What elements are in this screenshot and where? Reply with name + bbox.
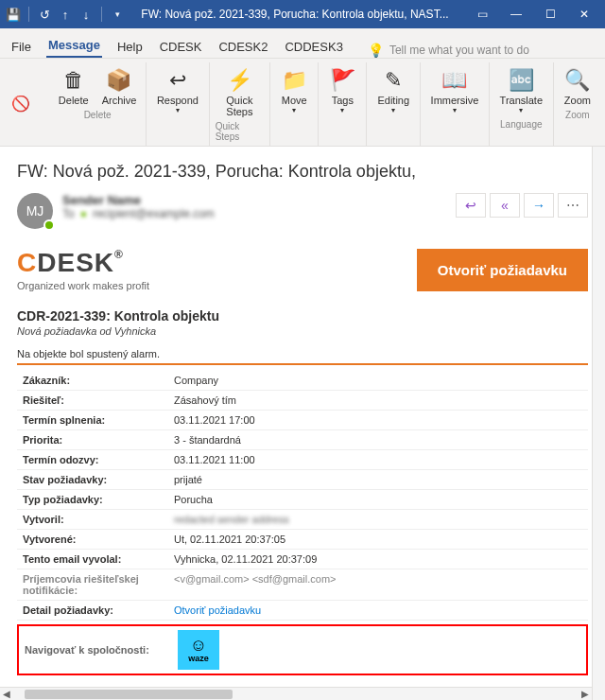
delete-icon: 🗑	[63, 66, 84, 95]
window-title: FW: Nová pož. 2021-339, Porucha: Kontrol…	[125, 8, 465, 21]
tab-message[interactable]: Message	[46, 32, 102, 58]
sender-lines: Sender Name To ● recipient@example.com	[62, 193, 215, 220]
editing-icon: ✎	[385, 66, 402, 95]
group-tags: 🚩 Tags ▾	[319, 62, 367, 146]
chevron-down-icon: ▾	[453, 107, 457, 115]
label: Riešiteľ:	[17, 391, 168, 411]
avatar-initials: MJ	[26, 203, 44, 219]
label: Move	[282, 95, 307, 106]
waze-button[interactable]: ☺ waze	[178, 630, 219, 670]
request-subtitle: Nová požiadavka od Vyhnicka	[17, 325, 588, 337]
quick-access-toolbar: 💾 ↺ ↑ ↓ ▾	[6, 7, 125, 22]
label: Archive	[102, 95, 137, 106]
tell-me-search[interactable]: 💡 Tell me what you want to do	[368, 43, 596, 58]
label: Vytvoril:	[17, 510, 168, 530]
label: Priorita:	[17, 430, 168, 450]
chevron-down-icon: ▾	[292, 107, 296, 115]
ribbon-tabs: File Message Help CDESK CDESK2 CDDESK3 💡…	[0, 28, 605, 59]
alarm-text: Na objekte bol spustený alarm.	[17, 348, 588, 359]
archive-button[interactable]: 📦 Archive	[96, 64, 143, 108]
registered-icon: ®	[114, 248, 124, 261]
request-title: CDR-2021-339: Kontrola objektu	[17, 308, 588, 324]
immersive-button[interactable]: 📖 Immersive ▾	[425, 64, 485, 117]
tab-cdesk[interactable]: CDESK	[158, 34, 204, 58]
tab-file[interactable]: File	[9, 34, 33, 58]
minimize-icon[interactable]: —	[499, 0, 533, 28]
label: Zoom	[564, 95, 591, 106]
window-titlebar: 💾 ↺ ↑ ↓ ▾ FW: Nová pož. 2021-339, Poruch…	[0, 0, 605, 28]
close-icon[interactable]: ✕	[567, 0, 601, 28]
delete-button[interactable]: 🗑 Delete	[53, 64, 95, 108]
separator	[101, 7, 102, 22]
group-move: 📁 Move ▾	[270, 62, 319, 146]
message-header-row: MJ Sender Name To ● recipient@example.co…	[17, 193, 588, 229]
subject-line: FW: Nová pož. 2021-339, Porucha: Kontrol…	[17, 162, 588, 182]
value: Otvoriť požiadavku	[168, 601, 588, 621]
to-value: recipient@example.com	[93, 207, 215, 220]
nav-label: Navigovať k spoločnosti:	[25, 644, 164, 656]
qat-dropdown-icon[interactable]: ▾	[110, 7, 125, 22]
brand-row: CDESK® Organized work makes profit Otvor…	[17, 248, 588, 291]
label: Tento email vyvolal:	[17, 550, 168, 569]
tab-cddesk3[interactable]: CDDESK3	[283, 34, 344, 58]
brand-name: CDESK®	[17, 248, 149, 278]
label: Editing	[377, 95, 409, 106]
value: Porucha	[168, 490, 588, 510]
vertical-scrollbar[interactable]	[592, 147, 605, 700]
save-icon[interactable]: 💾	[6, 7, 21, 22]
tab-cdesk2[interactable]: CDESK2	[216, 34, 269, 58]
waze-icon: ☺	[190, 637, 207, 654]
label: Translate	[500, 95, 543, 106]
from-line: Sender Name	[62, 193, 215, 207]
translate-button[interactable]: 🔤 Translate ▾	[494, 64, 548, 117]
waze-text: waze	[188, 654, 209, 663]
brand-tagline: Organized work makes profit	[17, 280, 149, 291]
group-respond: ↩ Respond ▾	[147, 62, 209, 146]
move-button[interactable]: 📁 Move ▾	[275, 64, 313, 117]
orange-divider	[17, 363, 588, 365]
prev-icon[interactable]: ↑	[58, 7, 73, 22]
maximize-icon[interactable]: ☐	[533, 0, 567, 28]
scrollbar-thumb[interactable]	[25, 690, 233, 699]
value: <v@gmail.com> <sdf@gmail.com>	[168, 569, 588, 601]
scroll-left-icon[interactable]: ◀	[0, 689, 13, 699]
to-line: To ● recipient@example.com	[62, 207, 215, 220]
open-request-button[interactable]: Otvoriť požiadavku	[417, 249, 588, 291]
scroll-right-icon[interactable]: ▶	[579, 689, 592, 699]
tab-help[interactable]: Help	[115, 34, 145, 58]
move-icon: 📁	[282, 66, 307, 95]
ribbon-display-icon[interactable]: ▭	[465, 0, 499, 28]
forward-button[interactable]: →	[524, 193, 554, 218]
group-zoom: 🔍 Zoom Zoom	[554, 62, 601, 146]
translate-icon: 🔤	[509, 66, 534, 95]
lightbulb-icon: 💡	[368, 43, 384, 58]
chevron-down-icon: ▾	[519, 107, 523, 115]
editing-button[interactable]: ✎ Editing ▾	[372, 64, 415, 117]
label: Stav požiadavky:	[17, 470, 168, 490]
label: Typ požiadavky:	[17, 490, 168, 510]
to-label: To	[62, 207, 75, 220]
table-row: Priorita:3 - štandardná	[17, 430, 588, 450]
zoom-button[interactable]: 🔍 Zoom	[559, 64, 596, 108]
tags-button[interactable]: 🚩 Tags ▾	[323, 64, 361, 117]
reply-all-button[interactable]: «	[490, 193, 520, 218]
email-body: CDESK® Organized work makes profit Otvor…	[17, 248, 588, 675]
undo-icon[interactable]: ↺	[37, 7, 52, 22]
brand-logo: CDESK® Organized work makes profit	[17, 248, 149, 291]
ignore-button[interactable]: 🚫	[9, 88, 32, 120]
table-row: Príjemcovia riešiteľskej notifikácie:<v@…	[17, 569, 588, 601]
flag-icon: 🚩	[330, 66, 355, 95]
label: Respond	[157, 95, 199, 106]
horizontal-scrollbar[interactable]: ◀ ▶	[0, 687, 592, 700]
more-actions-button[interactable]: ⋯	[558, 193, 588, 218]
message-action-buttons: ↩ « → ⋯	[456, 193, 588, 218]
next-icon[interactable]: ↓	[78, 7, 94, 22]
label: Tags	[332, 95, 354, 106]
respond-button[interactable]: ↩ Respond ▾	[151, 64, 204, 117]
group-quicksteps: ⚡ Quick Steps Quick Steps	[210, 62, 270, 146]
chevron-down-icon: ▾	[391, 107, 395, 115]
reply-button[interactable]: ↩	[456, 193, 486, 218]
group-label: Delete	[84, 110, 112, 120]
detail-link[interactable]: Otvoriť požiadavku	[174, 604, 261, 616]
quicksteps-button[interactable]: ⚡ Quick Steps	[220, 64, 258, 119]
